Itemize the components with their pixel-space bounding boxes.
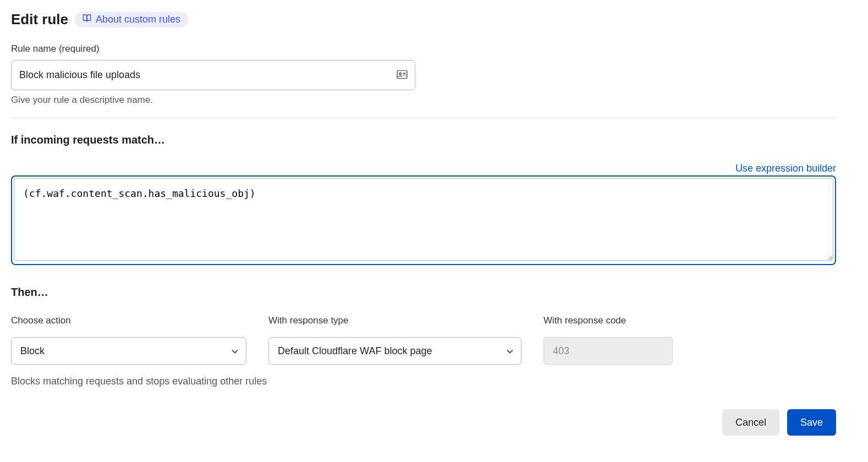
footer-actions: Cancel Save (11, 409, 836, 436)
then-heading: Then… (11, 286, 836, 299)
page-title: Edit rule (11, 11, 68, 28)
rule-name-helper: Give your rule a descriptive name. (11, 95, 836, 106)
id-card-icon (397, 70, 408, 80)
action-description: Blocks matching requests and stops evalu… (11, 376, 836, 387)
divider (11, 118, 836, 118)
svg-point-1 (399, 73, 402, 75)
response-code-value: 403 (553, 345, 569, 357)
choose-action-label: Choose action (11, 315, 246, 326)
page-header: Edit rule About custom rules (11, 11, 836, 28)
choose-action-select[interactable]: Block (11, 337, 246, 365)
response-type-label: With response type (268, 315, 521, 326)
response-code-label: With response code (543, 315, 673, 326)
response-code-field: 403 (543, 337, 673, 365)
expression-editor[interactable]: (cf.waf.content_scan.has_malicious_obj) (14, 178, 833, 261)
save-button[interactable]: Save (787, 409, 836, 436)
rule-name-input[interactable] (11, 60, 415, 90)
match-heading: If incoming requests match… (11, 134, 836, 146)
rule-name-input-wrap (11, 60, 415, 90)
caret-down-icon (232, 345, 238, 357)
use-expression-builder-link[interactable]: Use expression builder (735, 163, 836, 174)
caret-down-icon (507, 345, 513, 357)
expression-editor-focus-ring: (cf.waf.content_scan.has_malicious_obj) (11, 175, 836, 265)
about-link-label: About custom rules (96, 14, 180, 25)
cancel-button[interactable]: Cancel (722, 409, 779, 436)
about-custom-rules-link[interactable]: About custom rules (75, 12, 188, 28)
response-type-select[interactable]: Default Cloudflare WAF block page (268, 337, 521, 365)
response-type-value: Default Cloudflare WAF block page (278, 345, 432, 357)
book-icon (83, 14, 91, 25)
choose-action-value: Block (20, 345, 45, 357)
rule-name-label: Rule name (required) (11, 43, 836, 54)
